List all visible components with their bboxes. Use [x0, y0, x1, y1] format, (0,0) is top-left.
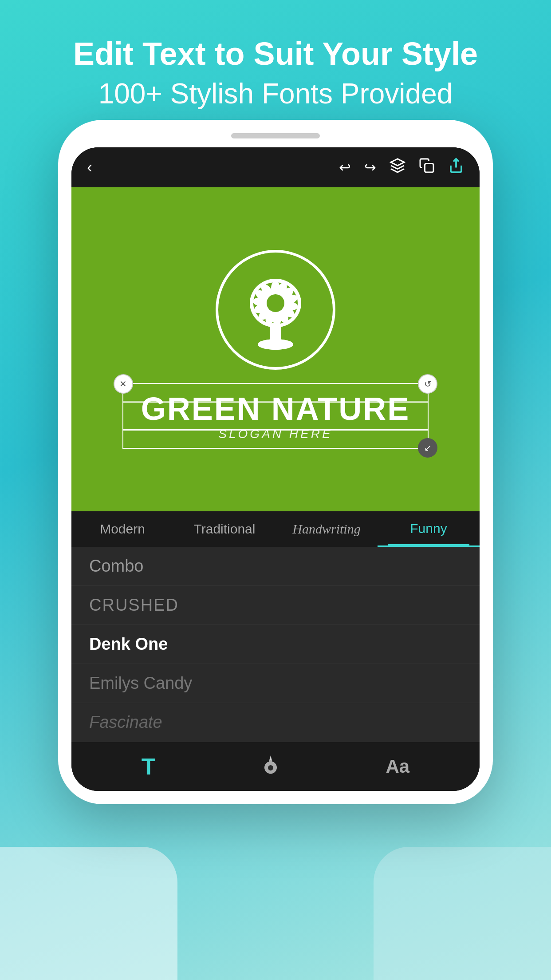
canvas-area[interactable]: ✕ ↺ ↙ GREEN NATURE SLOGAN HERE	[71, 187, 480, 511]
app-toolbar: ‹ ↩ ↪	[71, 147, 480, 187]
font-size-tool[interactable]: Aa	[386, 756, 410, 777]
font-item-fascinate[interactable]: Fascinate	[71, 703, 480, 742]
color-tool[interactable]	[260, 754, 281, 780]
svg-point-24	[268, 765, 273, 771]
font-item-denkone[interactable]: Denk One	[71, 625, 480, 664]
handle-top-right[interactable]: ↺	[418, 374, 437, 394]
layers-button[interactable]	[390, 158, 405, 177]
tab-handwriting[interactable]: Handwriting	[276, 511, 378, 547]
phone-notch	[231, 133, 320, 138]
font-list: Combo CRUSHED Denk One Emilys Candy Fasc…	[71, 547, 480, 742]
svg-point-21	[267, 294, 284, 312]
font-panel: Modern Traditional Handwriting Funny Com…	[71, 511, 480, 791]
toolbar-right: ↩ ↪	[339, 158, 464, 177]
export-button[interactable]	[448, 158, 464, 177]
logo-text-slogan: SLOGAN HERE	[141, 427, 410, 441]
wave-left	[0, 847, 177, 980]
tab-funny[interactable]: Funny	[378, 511, 480, 547]
svg-marker-0	[391, 159, 404, 166]
font-item-crushed[interactable]: CRUSHED	[71, 586, 480, 625]
text-tool[interactable]: T	[142, 753, 156, 780]
text-selection-box[interactable]: ✕ ↺ ↙ GREEN NATURE SLOGAN HERE	[122, 383, 429, 449]
font-item-emilys[interactable]: Emilys Candy	[71, 664, 480, 703]
header-subtitle: 100+ Stylish Fonts Provided	[27, 77, 524, 111]
phone-container: ‹ ↩ ↪	[58, 120, 493, 804]
phone-screen: ‹ ↩ ↪	[71, 147, 480, 791]
tab-traditional[interactable]: Traditional	[173, 511, 276, 547]
undo-button[interactable]: ↩	[339, 159, 351, 176]
color-tool-icon	[260, 754, 281, 780]
svg-rect-1	[425, 164, 434, 173]
bottom-toolbar: T Aa	[71, 742, 480, 791]
toolbar-left: ‹	[87, 158, 92, 177]
tab-modern[interactable]: Modern	[71, 511, 173, 547]
redo-button[interactable]: ↪	[364, 159, 376, 176]
phone: ‹ ↩ ↪	[58, 120, 493, 804]
font-tabs: Modern Traditional Handwriting Funny	[71, 511, 480, 547]
font-item-combo[interactable]: Combo	[71, 547, 480, 586]
text-tool-icon: T	[142, 753, 156, 780]
svg-point-23	[258, 339, 293, 350]
handle-bottom-right[interactable]: ↙	[418, 438, 437, 458]
font-size-tool-icon: Aa	[386, 756, 410, 777]
header-title: Edit Text to Suit Your Style	[27, 36, 524, 72]
wave-right	[374, 847, 551, 980]
back-button[interactable]: ‹	[87, 158, 92, 176]
logo-text-main: GREEN NATURE	[141, 391, 410, 427]
logo-circle	[216, 250, 335, 370]
handle-top-left[interactable]: ✕	[114, 374, 133, 394]
duplicate-button[interactable]	[419, 158, 435, 177]
header-section: Edit Text to Suit Your Style 100+ Stylis…	[0, 0, 551, 129]
